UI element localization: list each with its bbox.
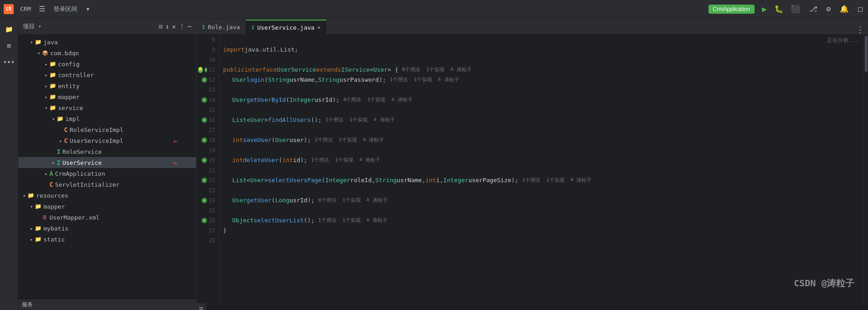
file-tree: ▾ 📁 java ▾ 📦 com.bdqn ▸ 📁 config (18, 35, 196, 299)
notifications-icon[interactable]: 🔔 (838, 4, 851, 14)
code-content[interactable]: import java.util.List; public interface … (219, 35, 863, 303)
tree-item-service[interactable]: ▾ 📁 service (18, 102, 196, 113)
sidebar-icons: 📁 ⊞ ••• (0, 18, 18, 310)
topbar-dropdown-icon[interactable]: ▾ (84, 4, 92, 14)
tree-label-role-service-impl: RoleServiceImpl (69, 126, 123, 133)
line-16: ↺ 16 (200, 115, 215, 125)
topbar-crm[interactable]: CRM (17, 5, 33, 13)
tree-item-entity[interactable]: ▸ 📁 entity (18, 80, 196, 91)
status-bar-tree: 服务 (18, 299, 196, 310)
project-icon[interactable]: 📁 (2, 22, 16, 37)
tree-item-impl[interactable]: ▾ 📁 impl (18, 113, 196, 124)
lamp-11[interactable]: 💡 (198, 67, 203, 73)
line-18: ↺ 18 (200, 135, 215, 145)
tree-label-user-mapper-xml: UserMapper.xml (49, 214, 100, 221)
tree-label-entity: entity (58, 83, 80, 89)
line-19: 19 (200, 145, 215, 155)
tree-label-mybatis: mybatis (43, 225, 69, 232)
main-layout: 📁 ⊞ ••• 项目 ▾ ⊡ ↕ ✕ ⋮ ─ ▾ 📁 java (0, 18, 868, 310)
tree-label-resources: resources (36, 192, 68, 199)
editor-scrollbar[interactable] (863, 35, 868, 303)
tree-item-static[interactable]: ▸ 📁 static (18, 234, 196, 245)
tab-user-service-icon: I (251, 25, 255, 31)
lamp-small-20[interactable]: ↺ (202, 158, 207, 163)
tree-item-role-service[interactable]: I RoleService (18, 146, 196, 157)
panel-sort-icon[interactable]: ↕ (165, 23, 169, 30)
lamp-small-14[interactable]: ↺ (202, 97, 207, 103)
app-config-button[interactable]: CrmApplication (708, 5, 755, 14)
lamp-small-16[interactable]: ↺ (202, 117, 207, 123)
lamp-small-22[interactable]: ↺ (202, 178, 207, 183)
tree-item-crm-application[interactable]: ▸ A CrmApplication (18, 168, 196, 179)
tree-item-user-service-impl[interactable]: ▸ C UserServiceImpl ← (18, 135, 196, 146)
tree-label-resources-mapper: mapper (43, 203, 65, 210)
tree-label-config: config (58, 61, 80, 68)
lamp-small-18[interactable]: ↺ (202, 137, 207, 143)
line-number-gutter: 8 9 10 💡 ↺ 11 ↺ 12 13 ↺ 14 15 (197, 35, 219, 303)
tree-label-user-service-impl: UserServiceImpl (69, 137, 123, 144)
tab-bar-extra[interactable]: ⋮ (856, 25, 868, 34)
code-line-28 (223, 236, 860, 246)
code-line-21 (223, 165, 860, 175)
maximize-icon[interactable]: □ (856, 4, 864, 14)
tree-item-user-service[interactable]: ▸ I UserService ← (18, 157, 196, 168)
right-icon-1[interactable]: n (198, 307, 204, 310)
run-icon[interactable]: ▶ (760, 3, 769, 15)
line-21: 21 (200, 165, 215, 175)
stop-icon[interactable]: ⬛ (789, 4, 802, 14)
code-editor: 8 9 10 💡 ↺ 11 ↺ 12 13 ↺ 14 15 (197, 35, 868, 303)
editor-area: I Role.java I UserService.java ✕ ⋮ 8 9 1… (197, 18, 868, 310)
topbar-right: CrmApplication ▶ 🐛 ⬛ ⎇ ⚙ 🔔 □ (708, 3, 865, 15)
tree-item-resources[interactable]: ▾ 📁 resources (18, 190, 196, 201)
tab-user-service-label: UserService.java (257, 24, 314, 31)
tree-item-controller[interactable]: ▸ 📁 controller (18, 69, 196, 80)
code-line-9: import java.util.List; (223, 45, 860, 55)
tree-item-com-bdqn[interactable]: ▾ 📦 com.bdqn (18, 47, 196, 58)
scrollbar-thumb[interactable] (865, 36, 868, 72)
tree-item-java[interactable]: ▾ 📁 java (18, 37, 196, 47)
panel-title-chevron[interactable]: ▾ (38, 24, 41, 29)
tab-role-java[interactable]: I Role.java (197, 20, 246, 34)
lamp-small-26[interactable]: ↺ (202, 218, 207, 223)
tab-user-service-java[interactable]: I UserService.java ✕ (246, 20, 326, 34)
line-10: 10 (200, 55, 215, 65)
settings-icon[interactable]: ⚙ (825, 4, 833, 14)
line-23: 23 (200, 185, 215, 195)
line-28: 28 (200, 236, 215, 246)
code-line-23 (223, 185, 860, 195)
tab-role-java-label: Role.java (208, 24, 240, 31)
code-line-20: int deleteUser(int id); 1个用法 1个实现 ≗ 涛粒子 (223, 155, 860, 165)
git-icon[interactable]: ⎇ (807, 4, 819, 14)
tree-item-role-service-impl[interactable]: C RoleServiceImpl (18, 124, 196, 135)
tree-item-mybatis[interactable]: ▸ 📁 mybatis (18, 223, 196, 234)
debug-icon[interactable]: 🐛 (772, 4, 785, 14)
panel-menu-icon[interactable]: ⋮ (179, 23, 185, 30)
code-line-13 (223, 85, 860, 95)
tree-item-servlet-initializer[interactable]: C ServletInitializer (18, 179, 196, 190)
tree-item-resources-mapper[interactable]: ▾ 📁 mapper (18, 201, 196, 212)
tab-user-service-close[interactable]: ✕ (317, 24, 320, 31)
lamp-small-11[interactable]: ↺ (205, 67, 207, 73)
tab-bar: I Role.java I UserService.java ✕ ⋮ (197, 18, 868, 35)
tree-item-user-mapper-xml[interactable]: 🗎 UserMapper.xml (18, 212, 196, 223)
lamp-small-12[interactable]: ↺ (202, 77, 207, 83)
topbar-hamburger-icon[interactable]: ☰ (37, 4, 47, 14)
code-line-19 (223, 145, 860, 155)
panel-close-icon[interactable]: ✕ (172, 23, 176, 30)
tree-item-config[interactable]: ▸ 📁 config (18, 58, 196, 69)
topbar-login-range[interactable]: 登录区间 (51, 4, 80, 14)
line-11: 💡 ↺ 11 (200, 65, 215, 75)
panel-sync-icon[interactable]: ⊡ (159, 23, 162, 30)
run-controls: ▶ 🐛 ⬛ (760, 3, 802, 15)
more-tools-icon[interactable]: ••• (2, 55, 16, 69)
structure-icon[interactable]: ⊞ (2, 38, 16, 53)
tree-label-controller: controller (58, 72, 94, 79)
tree-item-mapper[interactable]: ▸ 📁 mapper (18, 91, 196, 102)
hint-line-16: 1个用法 1个实现 ≗ 涛粒子 (325, 115, 395, 125)
right-panel: n (197, 303, 206, 310)
panel-minimize-icon[interactable]: ─ (188, 23, 192, 30)
lamp-small-24[interactable]: ↺ (202, 198, 207, 203)
line-26: ↺ 26 (200, 215, 215, 226)
code-line-17 (223, 125, 860, 135)
panel-header-icons: ⊡ ↕ ✕ ⋮ ─ (159, 23, 192, 30)
